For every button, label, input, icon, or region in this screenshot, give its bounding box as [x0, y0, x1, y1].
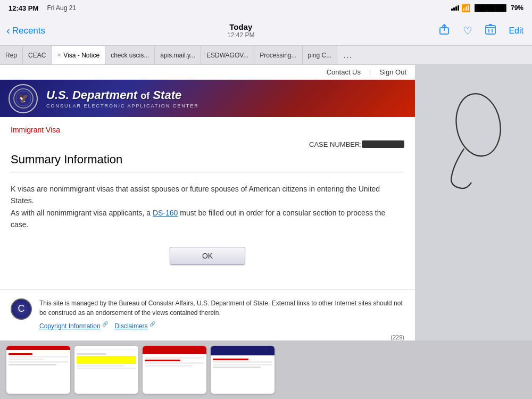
dos-title-sub: CONSULAR ELECTRONIC APPLICATION CENTER: [46, 103, 199, 109]
svg-text:🦅: 🦅: [18, 93, 29, 103]
recents-button[interactable]: ‹ Recents: [6, 24, 45, 37]
body-text-2: As with all nonimmigrant visa applicants…: [11, 209, 151, 217]
annotation-scribble: [420, 86, 527, 193]
tab-bar: Rep CEAC ✕ Visa - Notice check uscis... …: [0, 46, 532, 65]
edit-button[interactable]: Edit: [506, 24, 526, 38]
dos-title: U.S. Department of State CONSULAR ELECTR…: [46, 88, 199, 109]
ok-button[interactable]: OK: [170, 247, 245, 265]
status-bar: 12:43 PM Fri Aug 21 📶 ▐██████▌ 79%: [0, 0, 532, 16]
contact-us-link[interactable]: Contact Us: [327, 68, 361, 76]
share-button[interactable]: [436, 21, 452, 40]
battery-percent: 79%: [511, 4, 523, 12]
tab-close-icon[interactable]: ✕: [57, 52, 61, 58]
ds160-link[interactable]: DS-160: [153, 209, 178, 217]
footer-seal-letter: C: [18, 302, 25, 316]
nav-left: ‹ Recents: [6, 24, 45, 37]
signal-bars-icon: [451, 5, 459, 11]
thumbnail-2[interactable]: [74, 346, 138, 394]
tab-apis-mail[interactable]: apis.mail.y...: [155, 46, 201, 64]
footer-links: Copyright Information 🔗 Disclaimers 🔗: [39, 321, 404, 331]
case-number-row: CASE NUMBER:: [11, 140, 404, 148]
status-time: 12:43 PM: [9, 4, 38, 12]
chevron-left-icon: ‹: [6, 24, 10, 37]
footer-seal-icon: C: [11, 298, 32, 320]
tab-ceac-label: CEAC: [28, 52, 46, 59]
ok-button-wrapper: OK: [11, 247, 404, 265]
case-number-label: CASE NUMBER:: [309, 140, 362, 148]
delete-button[interactable]: [483, 21, 498, 40]
breadcrumb: Immigrant Visa: [11, 126, 404, 134]
thumbnail-3[interactable]: [143, 346, 206, 394]
site-content: Immigrant Visa CASE NUMBER: Summary Info…: [0, 117, 415, 289]
tab-more-icon[interactable]: …: [337, 46, 358, 64]
nav-time: 12:42 PM: [227, 31, 254, 39]
wifi-icon: 📶: [461, 4, 470, 12]
tab-processing-label: Processing...: [260, 52, 296, 59]
tab-rep-label: Rep: [5, 52, 17, 59]
tab-rep[interactable]: Rep: [0, 46, 23, 64]
body-text: K visas are nonimmigrant visas that assi…: [11, 183, 404, 231]
site-topbar: Contact Us | Sign Out: [0, 65, 415, 80]
safari-navigation: ‹ Recents Today 12:42 PM ♡ Edit: [0, 16, 532, 46]
dos-header-banner: 🦅 U.S. Department of State CONSULAR ELEC…: [0, 80, 415, 117]
footer-link-icon-2: 🔗: [149, 321, 155, 327]
favorite-button[interactable]: ♡: [461, 22, 475, 39]
thumbnail-1[interactable]: [6, 346, 70, 394]
tab-visa-notice-label: Visa - Notice: [63, 52, 99, 59]
copyright-link[interactable]: Copyright Information: [39, 322, 101, 330]
nav-right: ♡ Edit: [436, 21, 526, 40]
tab-ceac[interactable]: CEAC: [23, 46, 52, 64]
thumbnail-strip: [0, 340, 532, 399]
tab-processing[interactable]: Processing...: [254, 46, 302, 64]
body-text-1: K visas are nonimmigrant visas that assi…: [11, 185, 380, 205]
status-right: 📶 ▐██████▌ 79%: [451, 4, 523, 12]
nav-title: Today: [227, 22, 254, 31]
tab-apis-mail-label: apis.mail.y...: [160, 52, 195, 59]
footer-main-text: This site is managed by the Bureau of Co…: [39, 298, 404, 318]
tab-visa-notice[interactable]: ✕ Visa - Notice: [52, 46, 105, 64]
disclaimers-link[interactable]: Disclaimers: [115, 322, 148, 330]
status-left: 12:43 PM Fri Aug 21: [9, 4, 76, 12]
thumbnail-4[interactable]: [211, 346, 275, 394]
footer-link-icon-1: 🔗: [102, 321, 110, 327]
tab-check-uscis-label: check uscis...: [111, 52, 149, 59]
status-date: Fri Aug 21: [47, 4, 76, 12]
recents-label: Recents: [12, 26, 45, 36]
battery-icon: ▐██████▌: [472, 4, 509, 12]
tab-ping-label: ping C...: [308, 52, 332, 59]
dos-seal-icon: 🦅: [9, 84, 38, 113]
tab-ping[interactable]: ping C...: [303, 46, 338, 64]
sign-out-link[interactable]: Sign Out: [379, 68, 406, 76]
footer-text-area: This site is managed by the Bureau of Co…: [39, 298, 404, 342]
topbar-divider: |: [369, 68, 371, 76]
svg-point-10: [452, 90, 505, 160]
tab-check-uscis[interactable]: check uscis...: [105, 46, 155, 64]
dos-title-main: U.S. Department of State: [46, 88, 199, 102]
nav-center: Today 12:42 PM: [227, 22, 254, 39]
tab-esdwagov-label: ESDWAGOV...: [206, 52, 248, 59]
page-title: Summary Information: [11, 153, 404, 172]
svg-rect-2: [486, 26, 495, 34]
tab-esdwagov[interactable]: ESDWAGOV...: [201, 46, 254, 64]
case-number-value: [362, 140, 404, 148]
